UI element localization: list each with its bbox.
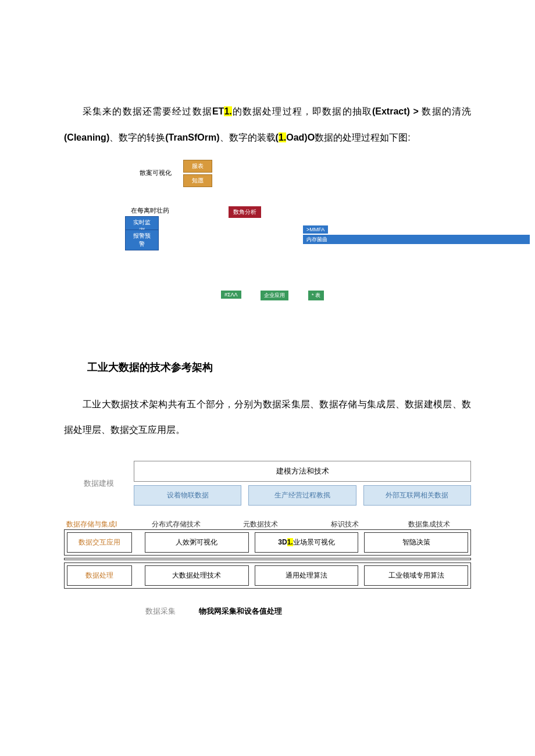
box-general-algo: 通用处理算法	[255, 565, 359, 586]
header-metadata: 元数据技术	[218, 519, 302, 529]
diagram-box-mmea: >MMFA	[303, 225, 328, 234]
diagram-box-alert: 报警预警	[125, 230, 159, 250]
diagram-label-visualization: 散案可视化	[140, 169, 172, 177]
box-modeling-methods: 建模方法和技术	[134, 461, 471, 482]
text-bold: (TranSfOrm)	[165, 132, 219, 142]
layer-label-storage: 数据存储与集成I	[64, 519, 134, 529]
layer-label-processing: 数据处理	[67, 565, 132, 586]
text-highlight: 1.	[279, 132, 286, 142]
text-bold: (CIeaning)	[64, 132, 109, 142]
text-bold: Oad)O	[286, 132, 315, 142]
diagram-box-analysis: 数角分析	[229, 206, 261, 218]
section-heading-architecture: 工业大数据的技术参考架构	[87, 360, 471, 374]
text-fragment: 采集来的数据还需要经过数据	[83, 106, 212, 116]
text-highlight: 1.	[287, 538, 293, 546]
box-industrial-algo: 工业领域专用算法	[364, 565, 468, 586]
text-fragment: 3D	[278, 538, 287, 546]
box-bigdata-tech: 大数据处理技术	[145, 565, 249, 586]
diagram-box-green-1: #ΣΛΛ	[221, 291, 241, 299]
paragraph-architecture: 工业大数据技术架构共有五个部分，分别为数据采集层、数据存储与集成层、数据建模层、…	[64, 392, 471, 444]
architecture-diagram: 数据建模 建模方法和技术 设着物联数据 生产经营过程教抿 外部互联网相关数据 数…	[64, 461, 471, 617]
text-fragment: 的数据处理过程，即数据的抽取	[232, 106, 372, 116]
layer-label-modeling: 数据建模	[64, 461, 134, 506]
layer-label-collection: 数据采集	[145, 606, 176, 617]
paragraph-intro: 采集来的数据还需要经过数据ET1.的数据处理过程，即数据的抽取(Extract)…	[64, 99, 471, 151]
text-fragment: 业场景可视化	[293, 538, 335, 546]
box-iot-data: 设着物联数据	[134, 485, 241, 506]
text-bold: (Extract) >	[372, 106, 419, 116]
header-integration: 数据集成技术	[387, 519, 471, 529]
box-smart-decision: 智隐决策	[364, 532, 468, 553]
diagram-box-green-3: * 表	[308, 291, 324, 300]
box-visualization: 人效粥可视化	[145, 532, 249, 553]
processing-row-container: 数据处理 大数据处理技术 通用处理算法 工业领域专用算法	[64, 562, 471, 589]
layer-label-interaction: 数据交互应用	[67, 532, 132, 553]
text-highlight: 1.	[224, 106, 231, 116]
header-identification: 标识技术	[302, 519, 387, 529]
box-3d-scene: 3D1.业场景可视化	[255, 532, 359, 553]
diagram-box-green-2: 企业应用	[261, 291, 288, 300]
text-bold: ET	[212, 106, 224, 116]
header-distributed: 分布式存储技术	[134, 519, 218, 529]
box-iot-collection: 物我网采集和设各值处理	[199, 606, 282, 617]
box-production-data: 生产经营过程教抿	[248, 485, 356, 506]
text-fragment: 数据的处理过程如下图:	[315, 132, 410, 142]
diagram-box-report: 服表	[183, 160, 212, 173]
storage-header-row: 数据存储与集成I 分布式存储技术 元数据技术 标识技术 数据集成技术	[64, 519, 471, 529]
text-fragment: 数据的清洗	[419, 106, 471, 116]
interaction-row-container: 数据交互应用 人效粥可视化 3D1.业场景可视化 智隐决策	[64, 529, 471, 556]
etl-process-diagram: 散案可视化 服表 知愿 在每离时壮药 实时监测 报警预警 数角分析 >MMFA …	[64, 157, 471, 320]
collection-row: 数据采集 物我网采集和设各值处理	[64, 606, 471, 617]
diagram-label-online: 在每离时壮药	[131, 206, 169, 215]
separator-bar	[64, 558, 471, 560]
diagram-box-knowledge: 知愿	[183, 174, 212, 187]
text-fragment: 、数字的转换	[109, 132, 165, 142]
text-fragment: 、数字的装载	[220, 132, 276, 142]
diagram-bar-memory: 内存菌曲	[303, 235, 530, 244]
box-external-data: 外部互联网相关数据	[363, 485, 471, 506]
